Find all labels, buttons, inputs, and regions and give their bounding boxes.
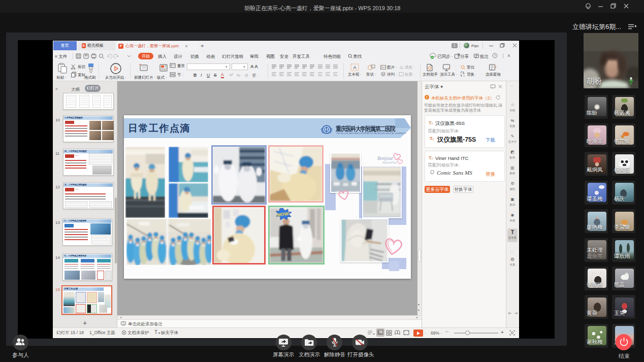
svg-text:A: A	[353, 65, 356, 70]
svg-text:T: T	[431, 122, 433, 125]
svg-text:!: !	[426, 95, 427, 99]
svg-text:T: T	[154, 330, 157, 335]
svg-text:?: ?	[494, 54, 496, 57]
svg-text:T: T	[432, 138, 434, 141]
svg-text:T: T	[431, 157, 433, 160]
